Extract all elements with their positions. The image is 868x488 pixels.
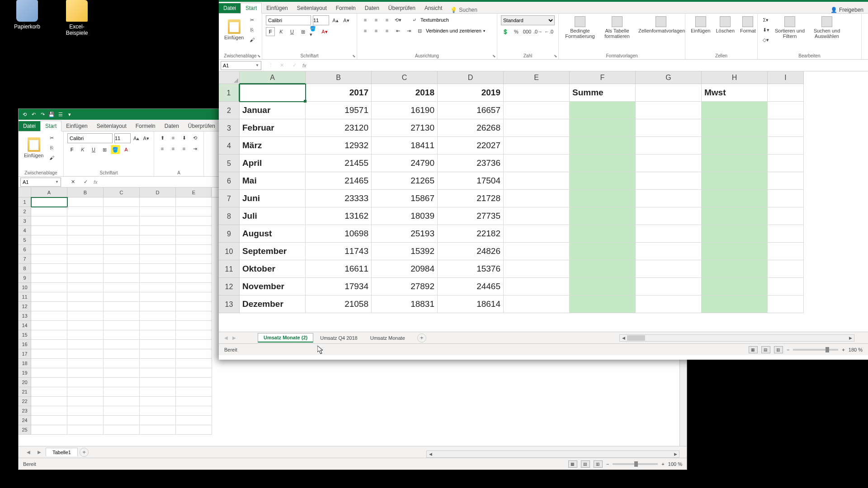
indent-icon[interactable]: ⇥ (190, 144, 199, 153)
row-header[interactable]: 9 (19, 273, 31, 283)
cell[interactable] (31, 254, 67, 264)
cell[interactable]: März (240, 137, 306, 155)
cell[interactable] (636, 260, 702, 278)
cell[interactable] (31, 216, 67, 226)
cell[interactable] (67, 235, 104, 245)
zoom-level[interactable]: 100 % (668, 461, 682, 467)
row-header[interactable]: 13 (219, 296, 240, 313)
cell[interactable] (104, 416, 140, 425)
dialog-launcher-icon[interactable]: ⬊ (257, 54, 261, 58)
row-header[interactable]: 5 (19, 235, 31, 245)
align-left-icon[interactable]: ≡ (361, 26, 370, 35)
cell[interactable]: 17934 (306, 278, 372, 296)
cell[interactable] (702, 190, 768, 207)
cell[interactable] (504, 119, 570, 137)
cell[interactable]: 25193 (372, 225, 438, 243)
cell[interactable] (104, 340, 140, 349)
cell[interactable] (140, 425, 176, 435)
cell[interactable] (176, 264, 212, 273)
fill-icon[interactable]: ⬇▾ (761, 25, 770, 34)
scroll-left-icon[interactable]: ◀ (620, 336, 627, 340)
cell[interactable]: Dezember (240, 296, 306, 313)
cell[interactable] (67, 397, 104, 406)
fx-icon[interactable]: fx (94, 179, 98, 185)
format-painter-icon[interactable]: 🖌 (47, 153, 56, 162)
cell[interactable]: 18039 (372, 207, 438, 225)
col-header-b[interactable]: B (67, 188, 104, 197)
copy-icon[interactable]: ⎘ (47, 143, 56, 152)
normal-view-icon[interactable]: ▦ (749, 346, 758, 353)
cell[interactable] (31, 283, 67, 292)
cell[interactable] (140, 226, 176, 235)
cell[interactable] (176, 321, 212, 330)
row-header[interactable]: 19 (19, 368, 31, 378)
tab-insert[interactable]: Einfügen (262, 3, 292, 13)
cell[interactable] (67, 359, 104, 368)
cell[interactable] (636, 137, 702, 155)
accounting-icon[interactable]: 💲 (501, 27, 510, 36)
cell[interactable] (636, 102, 702, 119)
cell[interactable] (768, 207, 804, 225)
cell[interactable] (104, 254, 140, 264)
paste-button[interactable]: Einfügen (222, 19, 245, 41)
copy-icon[interactable]: ⎘ (247, 25, 256, 34)
col-header-h[interactable]: H (702, 71, 768, 84)
cell[interactable] (768, 137, 804, 155)
cell[interactable] (504, 260, 570, 278)
tab-data[interactable]: Daten (360, 3, 384, 13)
cell[interactable] (31, 273, 67, 283)
cell[interactable] (570, 260, 636, 278)
cell[interactable] (176, 311, 212, 321)
cell[interactable] (176, 406, 212, 416)
row-header[interactable]: 1 (219, 84, 240, 102)
format-painter-icon[interactable]: 🖌 (247, 35, 256, 44)
cell[interactable] (140, 340, 176, 349)
cell[interactable] (570, 155, 636, 172)
tab-formulas[interactable]: Formeln (131, 121, 160, 131)
cell[interactable]: 15867 (372, 190, 438, 207)
cell[interactable]: 23333 (306, 190, 372, 207)
cell[interactable]: 27892 (372, 278, 438, 296)
clear-icon[interactable]: ◇▾ (761, 35, 770, 44)
cell[interactable] (636, 278, 702, 296)
cell[interactable] (67, 378, 104, 387)
cell[interactable] (702, 102, 768, 119)
cell[interactable] (636, 190, 702, 207)
dialog-launcher-icon[interactable]: ⬊ (554, 54, 557, 58)
row-header[interactable]: 4 (19, 226, 31, 235)
col-header-e[interactable]: E (176, 188, 212, 197)
cell[interactable] (31, 425, 67, 435)
cell[interactable] (636, 172, 702, 190)
cell[interactable] (504, 190, 570, 207)
cell[interactable] (31, 264, 67, 273)
align-middle-icon[interactable]: ≡ (372, 15, 381, 24)
name-box[interactable]: A1 ▼ (20, 178, 61, 187)
row-header[interactable]: 6 (219, 172, 240, 190)
cell[interactable] (702, 172, 768, 190)
cell[interactable]: 2019 (438, 84, 504, 102)
cell[interactable] (67, 264, 104, 273)
tab-review[interactable]: Überprüfen (384, 3, 420, 13)
cell[interactable] (768, 190, 804, 207)
bold-button[interactable]: F (266, 27, 275, 36)
cell[interactable] (768, 260, 804, 278)
tab-file[interactable]: Datei (19, 121, 40, 131)
front-grid[interactable]: A B C D E F G H I 1 2017 2018 2019 Summe… (219, 71, 868, 332)
accept-formula-icon[interactable]: ✓ (81, 178, 90, 187)
cell[interactable] (176, 207, 212, 216)
sort-filter-button[interactable]: Sortieren und Filtern (772, 15, 807, 40)
cell[interactable]: 21728 (438, 190, 504, 207)
cell[interactable] (67, 321, 104, 330)
row-header[interactable]: 13 (19, 311, 31, 321)
cell[interactable] (140, 207, 176, 216)
scroll-left-icon[interactable]: ◀ (427, 452, 434, 456)
cell[interactable] (31, 387, 67, 397)
cell[interactable]: 13162 (306, 207, 372, 225)
row-header[interactable]: 15 (19, 330, 31, 340)
align-center-icon[interactable]: ≡ (372, 26, 381, 35)
row-header[interactable]: 2 (19, 207, 31, 216)
cell[interactable]: 21058 (306, 296, 372, 313)
row-header[interactable]: 23 (19, 406, 31, 416)
cell[interactable] (67, 406, 104, 416)
tab-insert[interactable]: Einfügen (61, 121, 92, 131)
